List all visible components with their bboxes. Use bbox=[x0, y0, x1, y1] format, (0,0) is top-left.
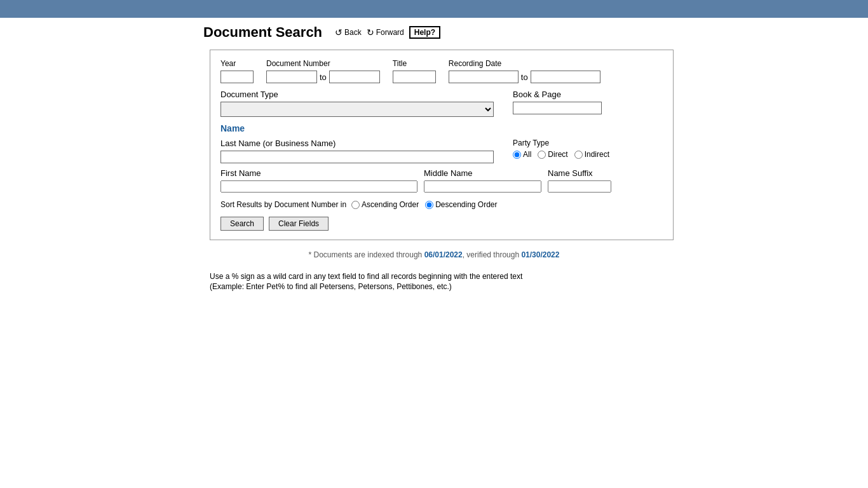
title-input[interactable] bbox=[393, 71, 436, 83]
notice-prefix: * Documents are indexed through bbox=[309, 250, 424, 259]
help-button[interactable]: Help? bbox=[409, 26, 440, 39]
doc-number-from-input[interactable] bbox=[266, 71, 317, 83]
forward-icon: ↻ bbox=[367, 27, 374, 37]
middle-name-label: Middle Name bbox=[424, 168, 541, 178]
verified-through-date: 01/30/2022 bbox=[521, 250, 559, 259]
party-direct-radio[interactable] bbox=[538, 151, 546, 159]
notice-middle: , verified through bbox=[463, 250, 522, 259]
doc-type-label: Document Type bbox=[220, 90, 494, 99]
sort-desc-radio[interactable] bbox=[425, 201, 433, 209]
wildcard-notice: Use a % sign as a wild card in any text … bbox=[13, 272, 855, 291]
party-all-option[interactable]: All bbox=[513, 150, 531, 159]
party-indirect-option[interactable]: Indirect bbox=[574, 150, 609, 159]
party-direct-label: Direct bbox=[548, 150, 567, 159]
wildcard-line2: (Example: Enter Pet% to find all Peterse… bbox=[210, 282, 855, 291]
forward-label: Forward bbox=[376, 28, 404, 37]
party-all-label: All bbox=[523, 150, 531, 159]
wildcard-line1: Use a % sign as a wild card in any text … bbox=[210, 272, 855, 281]
search-form: Year Document Number to Title Recording … bbox=[210, 50, 674, 240]
last-name-label: Last Name (or Business Name) bbox=[220, 139, 494, 148]
name-suffix-label: Name Suffix bbox=[548, 168, 611, 178]
party-all-radio[interactable] bbox=[513, 151, 521, 159]
indexed-through-date: 06/01/2022 bbox=[424, 250, 463, 259]
forward-button[interactable]: ↻ Forward bbox=[367, 27, 404, 37]
index-notice: * Documents are indexed through 06/01/20… bbox=[13, 250, 855, 259]
first-name-input[interactable] bbox=[220, 180, 417, 193]
back-icon: ↺ bbox=[335, 27, 342, 37]
search-button[interactable]: Search bbox=[220, 217, 264, 231]
back-label: Back bbox=[344, 28, 362, 37]
doc-number-to-label: to bbox=[320, 72, 327, 82]
name-section-header: Name bbox=[220, 123, 663, 133]
doc-number-to-input[interactable] bbox=[329, 71, 380, 83]
back-button[interactable]: ↺ Back bbox=[335, 27, 362, 37]
name-suffix-input[interactable] bbox=[548, 180, 611, 193]
doc-type-select[interactable] bbox=[220, 102, 494, 117]
recording-date-to-input[interactable] bbox=[531, 71, 600, 83]
sort-asc-option[interactable]: Ascending Order bbox=[351, 200, 419, 209]
sort-asc-label: Ascending Order bbox=[362, 200, 419, 209]
title-label: Title bbox=[393, 59, 436, 68]
page-title: Document Search bbox=[203, 24, 322, 41]
top-bar bbox=[0, 0, 868, 18]
party-type-label: Party Type bbox=[513, 139, 609, 147]
book-page-label: Book & Page bbox=[513, 90, 602, 99]
doc-number-label: Document Number bbox=[266, 59, 380, 68]
recording-date-label: Recording Date bbox=[449, 59, 600, 68]
recording-date-from-input[interactable] bbox=[449, 71, 519, 83]
sort-asc-radio[interactable] bbox=[351, 201, 360, 209]
sort-label: Sort Results by Document Number in bbox=[220, 200, 346, 209]
last-name-input[interactable] bbox=[220, 151, 494, 163]
book-page-input[interactable] bbox=[513, 102, 602, 114]
year-input[interactable] bbox=[220, 71, 254, 83]
party-direct-option[interactable]: Direct bbox=[538, 150, 567, 159]
sort-desc-option[interactable]: Descending Order bbox=[425, 200, 497, 209]
first-name-label: First Name bbox=[220, 168, 417, 178]
clear-fields-button[interactable]: Clear Fields bbox=[269, 217, 329, 231]
sort-desc-label: Descending Order bbox=[435, 200, 497, 209]
middle-name-input[interactable] bbox=[424, 180, 541, 193]
recording-date-to-label: to bbox=[521, 72, 528, 82]
party-indirect-radio[interactable] bbox=[574, 151, 583, 159]
year-label: Year bbox=[220, 59, 254, 68]
party-indirect-label: Indirect bbox=[585, 150, 609, 159]
